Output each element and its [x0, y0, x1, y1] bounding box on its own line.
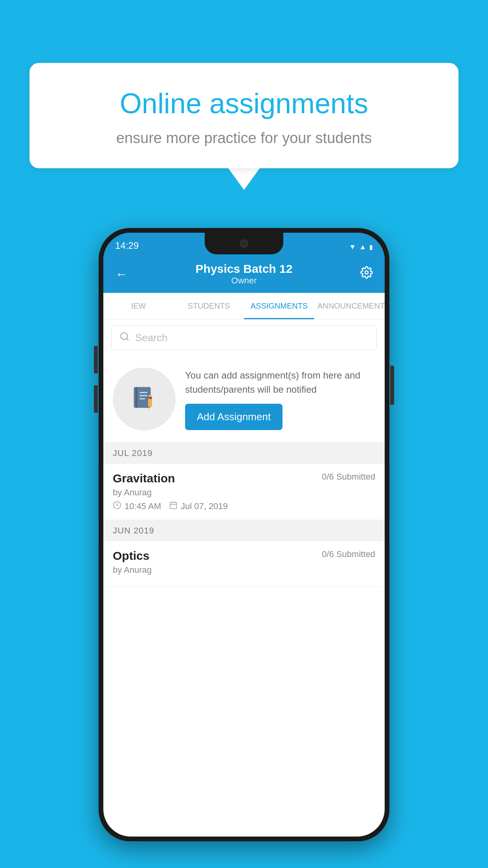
speech-bubble-container: Online assignments ensure more practice … — [29, 63, 459, 190]
section-jul-2019: JUL 2019 — [103, 443, 385, 464]
assignment-meta: 10:45 AM Jul 07, 201 — [113, 501, 375, 512]
svg-rect-9 — [148, 397, 152, 399]
assignment-time: 10:45 AM — [113, 501, 161, 512]
side-button-vol-up — [94, 346, 98, 373]
assignment-header-row-optics: Optics 0/6 Submitted — [113, 549, 375, 563]
side-button-power — [390, 366, 394, 405]
speech-bubble-title: Online assignments — [57, 86, 431, 120]
status-time: 14:29 — [115, 240, 139, 251]
promo-icon-circle — [113, 368, 176, 430]
assignment-date: Jul 07, 2019 — [169, 501, 228, 512]
header-title: Physics Batch 12 — [196, 262, 293, 276]
assignment-by: by Anurag — [113, 487, 375, 498]
header-subtitle: Owner — [196, 276, 293, 286]
signal-icon: ▲ — [359, 243, 366, 251]
phone-screen: 14:29 ▼ ▲ ▮ ← Physics Batch 12 — [103, 233, 385, 837]
svg-marker-8 — [148, 408, 150, 411]
svg-rect-3 — [136, 387, 137, 408]
tab-students[interactable]: STUDENTS — [174, 293, 244, 319]
search-placeholder-text: Search — [135, 332, 167, 344]
svg-point-0 — [365, 271, 368, 274]
speech-bubble: Online assignments ensure more practice … — [29, 63, 459, 168]
assignment-gravitation[interactable]: Gravitation 0/6 Submitted by Anurag — [103, 464, 385, 520]
clock-icon — [113, 501, 121, 512]
app-header: ← Physics Batch 12 Owner — [103, 254, 385, 293]
search-input[interactable]: Search — [111, 325, 377, 350]
speech-bubble-subtitle: ensure more practice for your students — [57, 130, 431, 147]
svg-point-1 — [121, 333, 127, 339]
svg-rect-6 — [139, 398, 145, 399]
phone-notch — [205, 233, 283, 254]
search-icon — [119, 331, 130, 344]
tab-assignments[interactable]: ASSIGNMENTS — [244, 293, 314, 319]
svg-rect-10 — [149, 395, 152, 397]
assignment-optics[interactable]: Optics 0/6 Submitted by Anurag — [103, 541, 385, 587]
add-assignment-button[interactable]: Add Assignment — [185, 404, 283, 430]
battery-icon: ▮ — [369, 243, 373, 251]
section-jun-2019: JUN 2019 — [103, 520, 385, 541]
svg-rect-4 — [139, 392, 147, 393]
svg-rect-12 — [170, 502, 177, 509]
back-button[interactable]: ← — [115, 267, 128, 281]
phone-mockup: 14:29 ▼ ▲ ▮ ← Physics Batch 12 — [99, 228, 389, 841]
tabs-bar: IEW STUDENTS ASSIGNMENTS ANNOUNCEMENTS — [103, 293, 385, 320]
search-bar: Search — [103, 320, 385, 356]
settings-button[interactable] — [360, 266, 373, 282]
header-title-block: Physics Batch 12 Owner — [196, 262, 293, 286]
assignment-submitted-count: 0/6 Submitted — [322, 472, 375, 482]
assignment-name: Gravitation — [113, 472, 175, 485]
assignment-header-row: Gravitation 0/6 Submitted — [113, 472, 375, 485]
status-icons: ▼ ▲ ▮ — [349, 243, 373, 251]
assignment-by-optics: by Anurag — [113, 565, 375, 575]
add-assignment-promo: You can add assignment(s) from here and … — [103, 356, 385, 443]
assignment-name-optics: Optics — [113, 549, 149, 563]
phone-outer: 14:29 ▼ ▲ ▮ ← Physics Batch 12 — [99, 228, 389, 841]
camera — [240, 239, 248, 248]
promo-content: You can add assignment(s) from here and … — [185, 368, 375, 430]
svg-rect-5 — [139, 395, 147, 396]
calendar-icon — [169, 501, 178, 512]
promo-text: You can add assignment(s) from here and … — [185, 368, 375, 397]
speech-bubble-tail — [228, 168, 260, 190]
side-button-vol-down — [94, 385, 98, 413]
wifi-icon: ▼ — [349, 243, 356, 251]
tab-iew[interactable]: IEW — [103, 293, 174, 319]
assignment-submitted-count-optics: 0/6 Submitted — [322, 549, 375, 559]
tab-announcements[interactable]: ANNOUNCEMENTS — [314, 293, 385, 319]
